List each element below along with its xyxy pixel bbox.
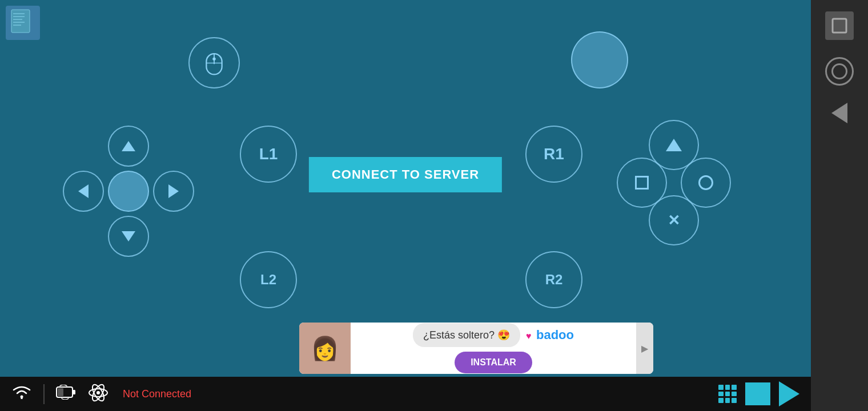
svg-point-9 bbox=[212, 57, 215, 60]
badoo-brand: ♥ badoo bbox=[526, 328, 574, 342]
bottom-right-controls bbox=[718, 381, 799, 406]
svg-rect-2 bbox=[13, 16, 25, 17]
dpad-right-button[interactable] bbox=[153, 171, 194, 212]
ad-close-arrow[interactable]: ▶ bbox=[636, 323, 653, 374]
grid-button[interactable] bbox=[718, 385, 737, 403]
sidebar-back-button[interactable] bbox=[831, 103, 847, 123]
sidebar bbox=[811, 0, 868, 411]
touchpad-button[interactable] bbox=[571, 31, 628, 88]
ad-message-bubble: ¿Estás soltero? 😍 bbox=[413, 323, 520, 347]
install-button[interactable]: INSTALAR bbox=[455, 352, 532, 373]
battery-icon bbox=[56, 385, 77, 403]
svg-rect-5 bbox=[13, 25, 21, 26]
sidebar-record-button[interactable] bbox=[825, 57, 854, 86]
stop-button[interactable] bbox=[745, 382, 770, 405]
badoo-heart-icon: ♥ bbox=[526, 331, 532, 341]
badoo-logo-text: badoo bbox=[536, 328, 574, 342]
svg-rect-13 bbox=[58, 388, 63, 396]
ad-avatar-image: 👩 bbox=[299, 323, 351, 374]
l1-button[interactable]: L1 bbox=[240, 126, 297, 183]
dpad-center-button[interactable] bbox=[108, 171, 149, 212]
svg-rect-18 bbox=[833, 19, 846, 33]
sidebar-square-button[interactable] bbox=[825, 11, 854, 40]
connect-to-server-button[interactable]: CONNECT TO SERVER bbox=[309, 157, 502, 192]
mouse-button[interactable] bbox=[188, 37, 240, 88]
r2-button[interactable]: R2 bbox=[525, 251, 582, 308]
svg-point-17 bbox=[97, 391, 100, 394]
atom-icon bbox=[88, 382, 108, 405]
svg-point-10 bbox=[21, 395, 23, 398]
cross-button[interactable]: ✕ bbox=[649, 195, 699, 245]
wifi-icon bbox=[11, 384, 32, 404]
svg-rect-1 bbox=[13, 13, 25, 14]
play-button[interactable] bbox=[779, 381, 799, 406]
ad-text-row: ¿Estás soltero? 😍 ♥ badoo bbox=[413, 323, 574, 347]
svg-rect-3 bbox=[13, 19, 22, 20]
main-gamepad-area: L1 R1 L2 R2 bbox=[0, 0, 811, 411]
face-buttons: ✕ bbox=[617, 120, 731, 245]
r1-button[interactable]: R1 bbox=[525, 126, 582, 183]
l2-button[interactable]: L2 bbox=[240, 251, 297, 308]
svg-rect-4 bbox=[13, 22, 25, 23]
divider-1 bbox=[43, 384, 45, 404]
ad-banner: 👩 ¿Estás soltero? 😍 ♥ badoo INSTALAR ▶ bbox=[299, 323, 653, 374]
svg-rect-12 bbox=[73, 390, 75, 394]
ad-content: ¿Estás soltero? 😍 ♥ badoo INSTALAR bbox=[351, 323, 636, 373]
bottom-status-bar: Not Connected bbox=[0, 377, 811, 411]
dpad-down-button[interactable] bbox=[108, 216, 149, 257]
dpad-up-button[interactable] bbox=[108, 126, 149, 167]
connection-status-text: Not Connected bbox=[123, 388, 191, 400]
file-menu-icon[interactable] bbox=[6, 6, 40, 40]
dpad-left-button[interactable] bbox=[63, 171, 104, 212]
dpad bbox=[63, 126, 194, 257]
record-inner-icon bbox=[831, 63, 847, 79]
